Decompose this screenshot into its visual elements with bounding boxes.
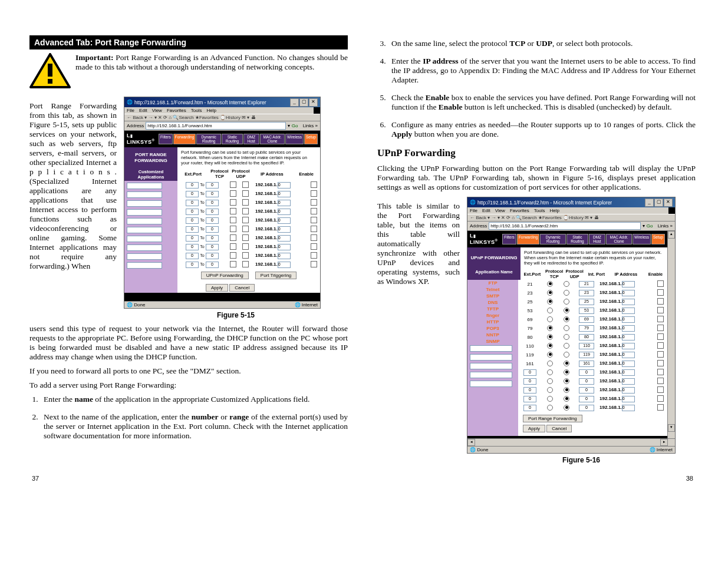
- tcp-radio[interactable]: [547, 308, 553, 313]
- tcp-checkbox[interactable]: [230, 234, 236, 241]
- tcp-radio[interactable]: [547, 378, 553, 384]
- enable-checkbox[interactable]: [311, 234, 317, 241]
- tcp-checkbox[interactable]: [230, 208, 236, 214]
- enable-checkbox[interactable]: [657, 280, 664, 287]
- app-name-input[interactable]: [127, 244, 162, 251]
- toolbar[interactable]: ← Back ▾ → ▾ ✕ ⟳ ⌂ 🔍Search ★Favorites ⌚H…: [124, 114, 320, 121]
- tcp-checkbox[interactable]: [230, 190, 236, 197]
- enable-checkbox[interactable]: [657, 360, 664, 366]
- udp-radio[interactable]: [564, 352, 569, 358]
- apply-button[interactable]: Apply: [206, 284, 228, 292]
- enable-checkbox[interactable]: [657, 325, 664, 331]
- app-name-input[interactable]: [127, 200, 162, 207]
- apply-button[interactable]: Apply: [523, 425, 545, 432]
- udp-checkbox[interactable]: [242, 208, 249, 214]
- router-tabs[interactable]: Filters Forwarding Dynamic Routing Stati…: [502, 234, 665, 244]
- app-name-input[interactable]: [127, 253, 162, 260]
- tcp-checkbox[interactable]: [230, 199, 236, 206]
- tcp-radio[interactable]: [547, 369, 553, 375]
- address-bar[interactable]: Address ▾Go Links »: [124, 121, 320, 131]
- app-name-input[interactable]: [127, 183, 162, 189]
- menu-bar[interactable]: FileEditViewFavoritesToolsHelp: [467, 207, 668, 214]
- enable-checkbox[interactable]: [657, 369, 664, 375]
- enable-checkbox[interactable]: [311, 208, 317, 214]
- udp-radio[interactable]: [564, 378, 569, 384]
- address-bar[interactable]: Address ▾Go Links »: [467, 222, 675, 231]
- app-name-input[interactable]: [470, 372, 512, 378]
- enable-checkbox[interactable]: [657, 404, 664, 411]
- app-name-input[interactable]: [127, 191, 162, 198]
- enable-checkbox[interactable]: [311, 181, 317, 188]
- port-triggering-button[interactable]: Port Triggering: [255, 272, 297, 279]
- enable-checkbox[interactable]: [657, 395, 664, 402]
- udp-checkbox[interactable]: [242, 234, 249, 241]
- tcp-radio[interactable]: [547, 396, 553, 402]
- port-range-forwarding-button[interactable]: Port Range Forwarding: [523, 415, 582, 422]
- app-name-input[interactable]: [470, 345, 512, 352]
- udp-radio[interactable]: [564, 405, 569, 411]
- upnp-forwarding-button[interactable]: UPnP Forwarding: [201, 272, 249, 279]
- menu-bar[interactable]: FileEditViewFavoritesToolsHelp: [124, 107, 314, 114]
- udp-radio[interactable]: [564, 308, 569, 313]
- udp-radio[interactable]: [564, 316, 569, 322]
- app-name-input[interactable]: [127, 209, 162, 216]
- tcp-checkbox[interactable]: [230, 217, 236, 223]
- tcp-radio[interactable]: [547, 361, 553, 366]
- tcp-checkbox[interactable]: [230, 261, 236, 267]
- app-name-input[interactable]: [127, 236, 162, 242]
- udp-checkbox[interactable]: [242, 199, 249, 206]
- enable-checkbox[interactable]: [311, 226, 317, 232]
- router-tabs[interactable]: Filters Forwarding Dynamic Routing Stati…: [159, 134, 318, 144]
- udp-checkbox[interactable]: [242, 261, 249, 267]
- tcp-radio[interactable]: [547, 316, 553, 322]
- enable-checkbox[interactable]: [311, 190, 317, 197]
- udp-radio[interactable]: [564, 369, 569, 375]
- tcp-radio[interactable]: [547, 290, 553, 296]
- port-range-rows[interactable]: 0 To 0192.168.1.00 To 0192.168.1.00 To 0…: [177, 181, 320, 269]
- enable-checkbox[interactable]: [311, 261, 317, 267]
- tcp-checkbox[interactable]: [230, 243, 236, 250]
- enable-checkbox[interactable]: [657, 386, 664, 393]
- enable-checkbox[interactable]: [657, 289, 664, 296]
- app-name-input[interactable]: [127, 218, 162, 224]
- app-name-input[interactable]: [470, 363, 512, 369]
- app-name-input[interactable]: [127, 227, 162, 233]
- app-name-input[interactable]: [470, 381, 512, 387]
- udp-checkbox[interactable]: [242, 243, 249, 250]
- tcp-radio[interactable]: [547, 299, 553, 305]
- udp-radio[interactable]: [564, 396, 569, 402]
- tcp-radio[interactable]: [547, 343, 553, 349]
- udp-radio[interactable]: [564, 343, 569, 349]
- udp-radio[interactable]: [564, 361, 569, 366]
- enable-checkbox[interactable]: [311, 252, 317, 259]
- enable-checkbox[interactable]: [657, 342, 664, 349]
- udp-checkbox[interactable]: [242, 190, 249, 197]
- enable-checkbox[interactable]: [311, 243, 317, 250]
- toolbar[interactable]: ← Back ▾ → ▾ ✕ ⟳ ⌂ 🔍Search ★Favorites ⌚H…: [467, 214, 675, 222]
- enable-checkbox[interactable]: [311, 199, 317, 206]
- upnp-rows[interactable]: 2121192.168.1.02323192.168.1.02525192.16…: [518, 280, 667, 412]
- enable-checkbox[interactable]: [657, 316, 664, 322]
- tcp-radio[interactable]: [547, 387, 553, 393]
- cancel-button[interactable]: Cancel: [229, 284, 255, 292]
- tcp-radio[interactable]: [547, 281, 553, 287]
- tcp-radio[interactable]: [547, 325, 553, 331]
- udp-radio[interactable]: [564, 387, 569, 393]
- udp-radio[interactable]: [564, 334, 569, 340]
- udp-radio[interactable]: [564, 290, 569, 296]
- tcp-checkbox[interactable]: [230, 252, 236, 259]
- window-buttons[interactable]: _▢✕: [289, 98, 318, 107]
- app-name-input[interactable]: [470, 354, 512, 361]
- cancel-button[interactable]: Cancel: [546, 425, 572, 432]
- udp-radio[interactable]: [564, 299, 569, 305]
- tcp-radio[interactable]: [547, 334, 553, 340]
- udp-radio[interactable]: [564, 325, 569, 331]
- enable-checkbox[interactable]: [657, 333, 664, 340]
- tcp-checkbox[interactable]: [230, 226, 236, 232]
- enable-checkbox[interactable]: [657, 351, 664, 358]
- udp-checkbox[interactable]: [242, 217, 249, 223]
- address-input[interactable]: [489, 222, 640, 230]
- enable-checkbox[interactable]: [311, 217, 317, 223]
- enable-checkbox[interactable]: [657, 298, 664, 305]
- tcp-radio[interactable]: [547, 352, 553, 358]
